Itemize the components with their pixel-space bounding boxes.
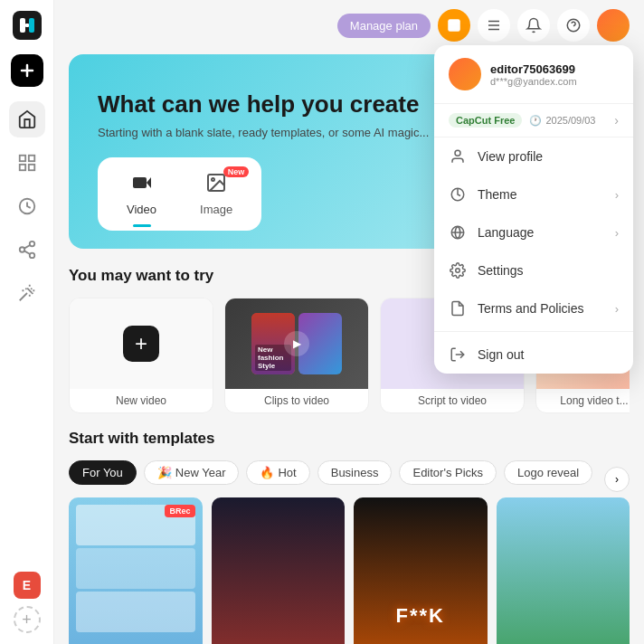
play-overlay: ▶	[284, 331, 309, 356]
sidebar-item-share[interactable]	[9, 232, 45, 268]
template-grid: BRec "She's just a friend" F**K	[69, 497, 630, 644]
image-tab-label: Image	[200, 203, 232, 216]
workspace-label: E	[23, 578, 31, 592]
manage-plan-button[interactable]: Manage plan	[337, 14, 431, 38]
theme-chevron-icon: ›	[615, 188, 619, 202]
orange-box-button[interactable]	[438, 9, 470, 42]
view-profile-label: View profile	[478, 149, 543, 164]
bell-button[interactable]	[517, 9, 550, 42]
add-new-button[interactable]	[11, 54, 43, 87]
template-tags: For You 🎉New Year 🔥Hot Business Editor's…	[69, 460, 597, 485]
video-tab-label: Video	[127, 203, 156, 216]
svg-marker-23	[147, 177, 151, 188]
clock-icon: 🕐	[529, 115, 542, 127]
thumb-2-content: "She's just a friend"	[212, 497, 346, 644]
try-card-clips-label: Clips to video	[225, 389, 368, 412]
sidebar-item-home[interactable]	[9, 101, 45, 137]
template-thumb-2[interactable]: "She's just a friend"	[212, 497, 346, 644]
svg-rect-22	[133, 177, 147, 188]
app-container: E + Manage plan	[0, 0, 644, 644]
svg-rect-6	[19, 156, 24, 161]
brec-badge: BRec	[165, 505, 194, 517]
avatar-button[interactable]	[597, 9, 630, 42]
svg-rect-3	[25, 24, 29, 27]
thumb-4-content: Filter HD CAMERA VIDEO	[497, 497, 630, 644]
theme-label: Theme	[478, 187, 517, 202]
sidebar-item-magic[interactable]	[9, 275, 45, 311]
dropdown-item-theme[interactable]: Theme ›	[434, 175, 633, 213]
dropdown-item-terms[interactable]: Terms and Policies ›	[434, 289, 633, 327]
image-tab-icon	[205, 172, 227, 199]
svg-rect-9	[28, 165, 33, 170]
dropdown-item-settings[interactable]: Settings	[434, 251, 633, 289]
tag-for-you[interactable]: For You	[69, 460, 137, 485]
template-thumb-1[interactable]: BRec	[69, 497, 203, 644]
template-thumb-3[interactable]: F**K	[354, 497, 488, 644]
help-button[interactable]	[557, 9, 590, 42]
svg-point-13	[29, 253, 34, 259]
document-icon	[449, 299, 467, 317]
try-card-new-video-visual: +	[70, 298, 213, 389]
tag-hot[interactable]: 🔥Hot	[246, 460, 309, 485]
signout-icon	[449, 346, 467, 364]
workspace-button[interactable]: E	[14, 572, 41, 599]
svg-rect-2	[29, 18, 34, 33]
dropdown-item-signout[interactable]: Sign out	[434, 336, 633, 374]
try-card-clips[interactable]: New fashion Style ▶ Clips to video	[224, 298, 369, 413]
plan-badge: CapCut Free	[449, 113, 522, 128]
dropdown-item-language[interactable]: Language ›	[434, 213, 633, 251]
sidebar-item-projects[interactable]	[9, 145, 45, 181]
reel-strip	[76, 505, 195, 632]
tags-next-button[interactable]: ›	[604, 467, 630, 492]
try-card-script-label: Script to video	[381, 389, 524, 412]
svg-rect-16	[448, 19, 460, 32]
dropdown-menu: editor75063699 d***g@yandex.com CapCut F…	[434, 45, 633, 374]
tag-business[interactable]: Business	[317, 460, 393, 485]
add-workspace-icon: +	[22, 611, 32, 630]
language-label: Language	[478, 225, 534, 240]
tab-image[interactable]: New Image	[178, 165, 254, 223]
svg-point-25	[212, 178, 214, 181]
svg-line-15	[24, 245, 29, 249]
theme-icon	[449, 185, 467, 204]
new-badge: New	[223, 166, 250, 177]
terms-chevron-icon: ›	[615, 302, 619, 316]
language-icon	[449, 223, 467, 242]
thumb-1-content: BRec	[69, 497, 203, 644]
tag-new-year[interactable]: 🎉New Year	[144, 460, 240, 485]
thumb-3-content: F**K	[354, 497, 488, 644]
svg-point-26	[455, 150, 460, 156]
video-tab-icon	[131, 172, 153, 199]
svg-line-14	[24, 251, 29, 254]
sidebar: E +	[0, 0, 54, 644]
template-thumb-4[interactable]: Filter HD CAMERA VIDEO	[497, 497, 630, 644]
template-tags-wrapper: For You 🎉New Year 🔥Hot Business Editor's…	[69, 460, 630, 497]
svg-point-12	[19, 247, 24, 252]
svg-rect-1	[20, 18, 25, 33]
svg-point-11	[29, 242, 34, 247]
dropdown-plan-row[interactable]: CapCut Free 🕐 2025/09/03 ›	[434, 104, 633, 137]
templates-section: Start with templates For You 🎉New Year 🔥…	[54, 430, 644, 644]
svg-rect-7	[28, 156, 33, 161]
dropdown-email: d***g@yandex.com	[490, 76, 619, 87]
dropdown-item-view-profile[interactable]: View profile	[434, 137, 633, 175]
sidebar-item-history[interactable]	[9, 188, 45, 224]
tag-editors-picks[interactable]: Editor's Picks	[399, 460, 497, 485]
terms-label: Terms and Policies	[478, 301, 584, 316]
language-chevron-icon: ›	[615, 226, 619, 240]
dropdown-user-info: editor75063699 d***g@yandex.com	[490, 62, 619, 87]
try-card-new-video-label: New video	[70, 389, 213, 412]
dropdown-header: editor75063699 d***g@yandex.com	[434, 45, 633, 104]
try-card-longvideo-label: Long video t...	[536, 389, 630, 412]
plan-date: 🕐 2025/09/03	[529, 115, 595, 127]
dropdown-divider	[434, 331, 633, 332]
top-header: Manage plan	[54, 0, 644, 51]
try-card-new-video[interactable]: + New video	[69, 298, 213, 413]
try-card-clips-visual: New fashion Style ▶	[225, 298, 368, 389]
tab-video[interactable]: Video	[105, 165, 178, 223]
settings-icon	[449, 261, 467, 279]
stack-button[interactable]	[478, 9, 510, 42]
add-workspace-button[interactable]: +	[14, 606, 41, 633]
tag-logo-reveal[interactable]: Logo reveal	[504, 460, 592, 485]
dropdown-username: editor75063699	[490, 62, 619, 76]
